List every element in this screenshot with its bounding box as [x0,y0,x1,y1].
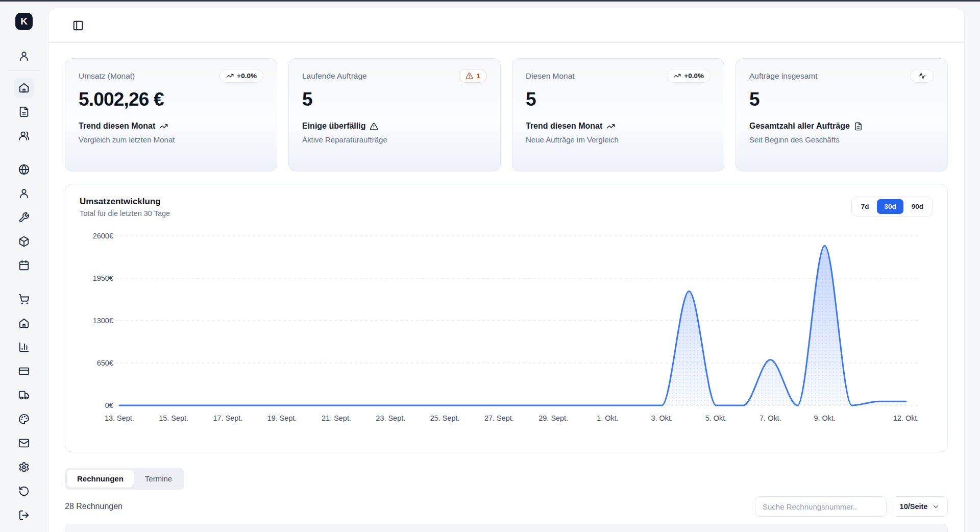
svg-text:0€: 0€ [105,401,113,409]
svg-text:29. Sept.: 29. Sept. [538,414,568,422]
svg-text:13. Sept.: 13. Sept. [105,414,134,422]
stat-card-value: 5.002,26 € [79,89,263,110]
panel-left-icon [72,20,84,31]
svg-text:27. Sept.: 27. Sept. [484,414,514,422]
sidebar-item-calendar[interactable] [14,255,34,276]
invoice-search-input[interactable] [755,496,887,517]
main-header [48,8,964,43]
warning-badge: 1 [459,69,487,83]
stat-trend-label: Trend diesen Monat [526,122,602,131]
sidebar-item-user[interactable] [14,46,34,66]
activity-badge [910,69,934,83]
sidebar-item-users[interactable] [14,126,34,146]
stat-card-revenue: Umsatz (Monat) +0.0% 5.002,26 € Trend di… [65,58,277,172]
revenue-area-chart: 0€650€1300€1950€2600€13. Sept.15. Sept.1… [80,225,933,425]
chart-range-90d[interactable]: 90d [904,199,930,214]
triangle-alert-icon [465,72,473,80]
svg-text:23. Sept.: 23. Sept. [376,414,405,422]
stat-card-total-orders: Aufträge insgesamt 5 Gesamtzahl aller Au… [736,58,948,172]
tab-termine[interactable]: Termine [135,470,182,488]
triangle-alert-icon [370,122,378,131]
stat-card-subtitle: Aktive Reparaturaufträge [302,135,487,144]
sidebar-group-0 [14,46,34,66]
sidebar-item-truck[interactable] [14,385,34,405]
svg-text:25. Sept.: 25. Sept. [430,414,460,422]
svg-text:12. Okt.: 12. Okt. [893,414,919,422]
stat-card-subtitle: Neue Aufträge im Vergleich [526,135,710,144]
sidebar-group-3 [14,289,34,525]
main-content: Umsatz (Monat) +0.0% 5.002,26 € Trend di… [48,43,964,532]
stat-card-subtitle: Vergleich zum letzten Monat [79,135,263,144]
list-header: 28 Rechnungen 10/Seite [65,496,948,517]
sidebar-item-palette[interactable] [14,409,34,429]
trending-up-icon [159,122,168,131]
sidebar-item-chart-column[interactable] [14,337,34,357]
svg-text:7. Okt.: 7. Okt. [760,414,781,422]
svg-text:5. Okt.: 5. Okt. [705,414,727,422]
svg-text:17. Sept.: 17. Sept. [213,414,243,422]
trending-up-icon [226,72,234,80]
revenue-chart-card: Umsatzentwicklung Total für die letzten … [65,184,948,452]
svg-text:19. Sept.: 19. Sept. [267,414,297,422]
invoice-table-header [65,524,947,532]
sidebar-divider [8,70,40,71]
file-text-icon [854,122,863,131]
svg-text:15. Sept.: 15. Sept. [159,414,188,422]
trending-up-icon [606,122,615,131]
chart-range-7d[interactable]: 7d [854,199,876,214]
sidebar-nav [8,46,40,525]
sidebar-item-mail[interactable] [14,433,34,453]
svg-text:21. Sept.: 21. Sept. [322,414,351,422]
svg-text:1. Okt.: 1. Okt. [597,414,619,422]
app-root: K Umsatz (Monat) +0.0% 5. [0,2,980,532]
sidebar-item-house[interactable] [14,313,34,333]
sidebar-toggle-button[interactable] [70,17,86,34]
stat-card-title: Laufende Aufträge [302,71,367,81]
sidebar-item-log-out[interactable] [14,505,34,525]
trend-badge: +0.0% [219,69,263,83]
svg-text:2600€: 2600€ [93,232,113,240]
stat-trend-label: Einige überfällig [302,122,365,131]
sidebar-item-file-text[interactable] [14,102,34,122]
main-panel: Umsatz (Monat) +0.0% 5.002,26 € Trend di… [48,8,965,532]
chevron-down-icon [932,503,940,511]
sidebar-item-globe[interactable] [14,159,34,180]
trend-badge: +0.0% [667,69,710,83]
sidebar-item-rotate-ccw[interactable] [14,481,34,501]
chart-subtitle: Total für die letzten 30 Tage [80,209,170,217]
stat-card-this-month: Diesen Monat +0.0% 5 Trend diesen Monat … [512,58,724,172]
svg-text:1300€: 1300€ [93,317,113,325]
stat-card-value: 5 [526,89,710,110]
stats-row: Umsatz (Monat) +0.0% 5.002,26 € Trend di… [65,58,948,172]
tab-rechnungen[interactable]: Rechnungen [67,470,134,488]
stat-card-open-orders: Laufende Aufträge 1 5 Einige überfällig … [288,58,501,172]
svg-text:3. Okt.: 3. Okt. [651,414,673,422]
chart-range-30d[interactable]: 30d [877,199,903,214]
sidebar-group-1 [14,78,34,146]
stat-card-value: 5 [749,89,934,110]
page-size-select[interactable]: 10/Seite [892,496,948,517]
stat-card-title: Umsatz (Monat) [79,71,135,81]
sidebar-item-package[interactable] [14,231,34,252]
sidebar: K [0,2,48,532]
invoice-table-container [65,524,948,532]
chart-range-selector: 7d30d90d [851,197,933,216]
stat-trend-label: Gesamtzahl aller Aufträge [749,122,850,131]
activity-icon [918,72,926,80]
sidebar-item-user[interactable] [14,183,34,204]
chart-title: Umsatzentwicklung [80,197,170,207]
invoice-count-label: 28 Rechnungen [65,502,122,511]
svg-text:650€: 650€ [97,359,113,367]
sidebar-item-wrench[interactable] [14,207,34,228]
sidebar-item-credit-card[interactable] [14,361,34,381]
sidebar-group-2 [14,159,34,276]
app-logo: K [15,13,33,30]
stat-card-subtitle: Seit Beginn des Geschäfts [749,135,934,144]
svg-text:1950€: 1950€ [93,274,113,282]
sidebar-item-shopping-cart[interactable] [14,289,34,309]
trending-up-icon [673,72,681,80]
sidebar-item-house[interactable] [14,78,34,98]
stat-card-title: Aufträge insgesamt [749,71,818,81]
tabs-row: Rechnungen Termine [65,468,948,490]
sidebar-item-settings[interactable] [14,457,34,477]
